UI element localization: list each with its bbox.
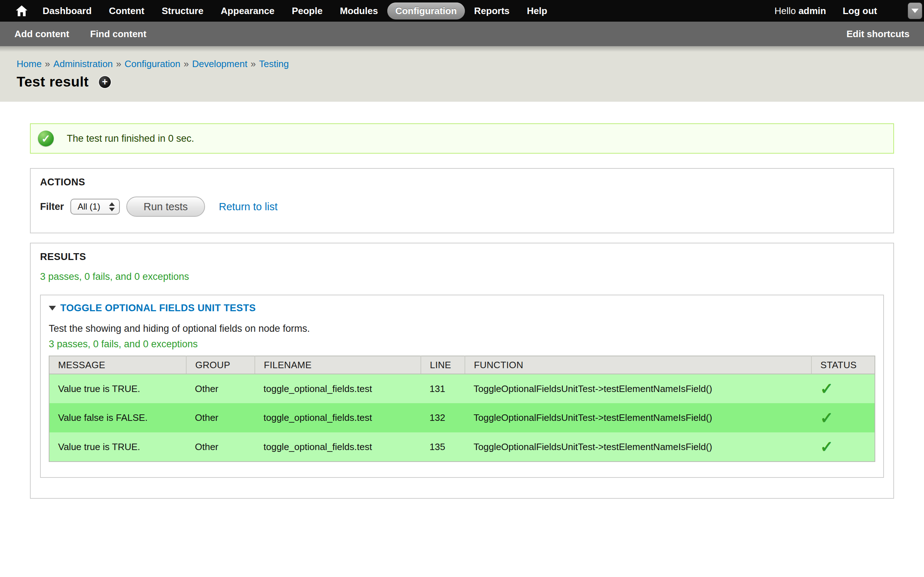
- admin-toolbar: Dashboard Content Structure Appearance P…: [0, 0, 924, 22]
- cell-line: 131: [421, 374, 465, 403]
- col-header-line: LINE: [421, 356, 465, 374]
- cell-function: ToggleOptionalFieldsUnitTest->testElemen…: [465, 403, 811, 432]
- shortcut-bar: Add content Find content Edit shortcuts: [0, 22, 924, 46]
- table-row: Value true is TRUE. Other toggle_optiona…: [49, 374, 875, 403]
- cell-filename: toggle_optional_fields.test: [255, 374, 421, 403]
- user-greeting: Hello admin: [775, 5, 826, 16]
- test-results-table: MESSAGE GROUP FILENAME LINE FUNCTION STA…: [49, 356, 875, 462]
- breadcrumb: Home»Administration»Configuration»Develo…: [16, 46, 908, 69]
- breadcrumb-separator: »: [250, 58, 255, 69]
- home-icon: [16, 5, 27, 16]
- actions-legend: ACTIONS: [40, 177, 884, 188]
- table-row: Value false is FALSE. Other toggle_optio…: [49, 403, 875, 432]
- return-to-list-link[interactable]: Return to list: [219, 201, 278, 213]
- table-row: Value true is TRUE. Other toggle_optiona…: [49, 432, 875, 462]
- shortcut-add-content[interactable]: Add content: [15, 29, 69, 40]
- toolbar-item-people[interactable]: People: [284, 3, 330, 19]
- toolbar-item-structure[interactable]: Structure: [154, 3, 212, 19]
- logout-link[interactable]: Log out: [843, 5, 877, 16]
- filter-select[interactable]: All (1): [70, 199, 120, 214]
- page-title: Test result: [16, 74, 89, 90]
- cell-message: Value true is TRUE.: [49, 374, 186, 403]
- results-summary: 3 passes, 0 fails, and 0 exceptions: [40, 271, 884, 282]
- cell-line: 135: [421, 432, 465, 462]
- status-ok-icon: ✓: [38, 131, 54, 147]
- test-group-title: TOGGLE OPTIONAL FIELDS UNIT TESTS: [60, 303, 256, 314]
- cell-function: ToggleOptionalFieldsUnitTest->testElemen…: [465, 432, 811, 462]
- pass-check-icon: ✓: [820, 438, 834, 456]
- breadcrumb-separator: »: [45, 58, 50, 69]
- cell-group: Other: [186, 403, 255, 432]
- select-arrows-icon: [109, 202, 115, 211]
- filter-label: Filter: [40, 201, 64, 213]
- status-message-text: The test run finished in 0 sec.: [67, 133, 194, 144]
- toolbar-drawer-toggle-button[interactable]: [908, 3, 922, 19]
- cell-message: Value true is TRUE.: [49, 432, 186, 462]
- toolbar-item-dashboard[interactable]: Dashboard: [35, 3, 100, 19]
- toolbar-item-appearance[interactable]: Appearance: [213, 3, 283, 19]
- run-tests-button[interactable]: Run tests: [126, 197, 205, 217]
- cell-message: Value false is FALSE.: [49, 403, 186, 432]
- breadcrumb-administration[interactable]: Administration: [53, 58, 113, 69]
- cell-group: Other: [186, 374, 255, 403]
- collapse-arrow-icon: [49, 306, 56, 311]
- shortcut-find-content[interactable]: Find content: [90, 29, 147, 40]
- toolbar-item-modules[interactable]: Modules: [332, 3, 386, 19]
- toolbar-item-content[interactable]: Content: [101, 3, 152, 19]
- breadcrumb-configuration[interactable]: Configuration: [124, 58, 181, 69]
- cell-group: Other: [186, 432, 255, 462]
- cell-filename: toggle_optional_fields.test: [255, 403, 421, 432]
- username: admin: [798, 5, 826, 16]
- breadcrumb-separator: »: [116, 58, 121, 69]
- toolbar-item-help[interactable]: Help: [519, 3, 555, 19]
- cell-filename: toggle_optional_fields.test: [255, 432, 421, 462]
- edit-shortcuts-link[interactable]: Edit shortcuts: [846, 29, 909, 40]
- toolbar-item-configuration[interactable]: Configuration: [387, 3, 465, 19]
- col-header-filename: FILENAME: [255, 356, 421, 374]
- test-group-toggle[interactable]: TOGGLE OPTIONAL FIELDS UNIT TESTS: [49, 303, 875, 314]
- breadcrumb-testing[interactable]: Testing: [259, 58, 289, 69]
- results-fieldset: RESULTS 3 passes, 0 fails, and 0 excepti…: [30, 243, 894, 499]
- pass-check-icon: ✓: [820, 380, 834, 397]
- test-group-summary: 3 passes, 0 fails, and 0 exceptions: [49, 338, 875, 350]
- home-button[interactable]: [10, 5, 34, 16]
- col-header-status: STATUS: [811, 356, 875, 374]
- filter-select-value: All (1): [78, 201, 100, 212]
- results-legend: RESULTS: [40, 251, 884, 263]
- actions-fieldset: ACTIONS Filter All (1) Run tests Return …: [30, 168, 894, 233]
- cell-function: ToggleOptionalFieldsUnitTest->testElemen…: [465, 374, 811, 403]
- table-header-row: MESSAGE GROUP FILENAME LINE FUNCTION STA…: [49, 356, 875, 374]
- chevron-down-icon: [911, 9, 919, 13]
- breadcrumb-home[interactable]: Home: [16, 58, 42, 69]
- page-header: Home»Administration»Configuration»Develo…: [0, 46, 924, 102]
- toolbar-item-reports[interactable]: Reports: [466, 3, 518, 19]
- test-group-fieldset: TOGGLE OPTIONAL FIELDS UNIT TESTS Test t…: [40, 295, 884, 478]
- breadcrumb-separator: »: [184, 58, 189, 69]
- pass-check-icon: ✓: [820, 409, 834, 427]
- main-content: ✓ The test run finished in 0 sec. ACTION…: [0, 102, 924, 499]
- col-header-message: MESSAGE: [49, 356, 186, 374]
- col-header-function: FUNCTION: [465, 356, 811, 374]
- test-group-description: Test the showing and hiding of optional …: [49, 323, 875, 334]
- cell-line: 132: [421, 403, 465, 432]
- status-message: ✓ The test run finished in 0 sec.: [30, 123, 894, 154]
- col-header-group: GROUP: [186, 356, 255, 374]
- add-shortcut-icon[interactable]: +: [99, 76, 111, 88]
- breadcrumb-development[interactable]: Development: [192, 58, 247, 69]
